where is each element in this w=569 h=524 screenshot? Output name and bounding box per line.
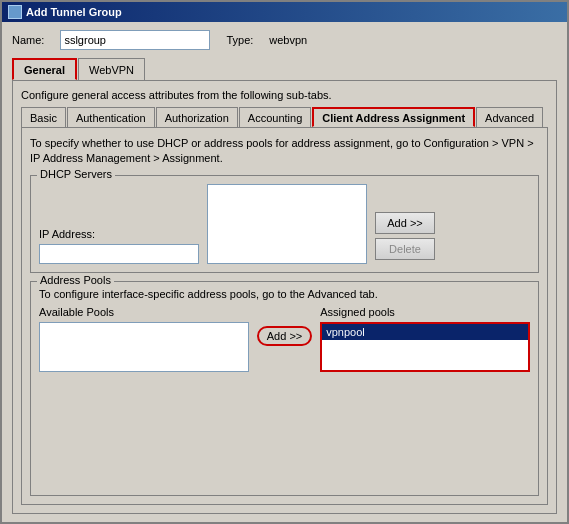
window-title: Add Tunnel Group bbox=[26, 6, 122, 18]
sub-tab-authentication[interactable]: Authentication bbox=[67, 107, 155, 127]
dhcp-content: IP Address: Add >> Delete bbox=[39, 184, 530, 264]
delete-button[interactable]: Delete bbox=[375, 238, 435, 260]
address-pools-group: Address Pools To configure interface-spe… bbox=[30, 281, 539, 496]
address-pools-title: Address Pools bbox=[37, 274, 114, 286]
sub-tab-basic[interactable]: Basic bbox=[21, 107, 66, 127]
dhcp-server-list bbox=[207, 184, 367, 264]
dhcp-right bbox=[207, 184, 367, 264]
dhcp-group-title: DHCP Servers bbox=[37, 168, 115, 180]
tab-general[interactable]: General bbox=[12, 58, 77, 80]
tab-general-label: General bbox=[24, 64, 65, 76]
type-value: webvpn bbox=[269, 34, 307, 46]
available-pools-label: Available Pools bbox=[39, 306, 249, 318]
tab-webvpn[interactable]: WebVPN bbox=[78, 58, 145, 80]
main-tab-panel: Configure general access attributes from… bbox=[12, 80, 557, 514]
sub-panel-info: To specify whether to use DHCP or addres… bbox=[30, 136, 539, 167]
window: Add Tunnel Group Name: Type: webvpn Gene… bbox=[0, 0, 569, 524]
assigned-pools-label: Assigned pools bbox=[320, 306, 530, 318]
ip-address-input[interactable] bbox=[39, 244, 199, 264]
name-input[interactable] bbox=[60, 30, 210, 50]
type-label: Type: bbox=[226, 34, 253, 46]
dhcp-left: IP Address: bbox=[39, 184, 199, 264]
sub-tab-advanced[interactable]: Advanced bbox=[476, 107, 543, 127]
dhcp-group: DHCP Servers IP Address: Add >> Delet bbox=[30, 175, 539, 273]
sub-tab-panel: To specify whether to use DHCP or addres… bbox=[21, 127, 548, 505]
content-area: Name: Type: webvpn General WebVPN Config… bbox=[2, 22, 567, 522]
info-text-content: To specify whether to use DHCP or addres… bbox=[30, 137, 534, 164]
sub-tab-client-address-label: Client Address Assignment bbox=[322, 112, 465, 124]
name-type-row: Name: Type: webvpn bbox=[12, 30, 557, 50]
assigned-pools-list: vpnpool bbox=[320, 322, 530, 372]
sub-tab-client-address[interactable]: Client Address Assignment bbox=[312, 107, 475, 127]
pools-content: Available Pools Add >> Assigned pools vp… bbox=[39, 306, 530, 372]
ip-address-label: IP Address: bbox=[39, 228, 199, 240]
tab-description: Configure general access attributes from… bbox=[21, 89, 548, 101]
sub-tab-authorization-label: Authorization bbox=[165, 112, 229, 124]
tab-webvpn-label: WebVPN bbox=[89, 64, 134, 76]
add-pools-button[interactable]: Add >> bbox=[257, 326, 312, 346]
sub-tab-authentication-label: Authentication bbox=[76, 112, 146, 124]
assigned-pools-section: Assigned pools vpnpool bbox=[320, 306, 530, 372]
add-pools-btn-container: Add >> bbox=[257, 306, 312, 346]
assigned-pool-item[interactable]: vpnpool bbox=[322, 324, 528, 340]
sub-tabs: Basic Authentication Authorization Accou… bbox=[21, 107, 548, 127]
name-label: Name: bbox=[12, 34, 44, 46]
title-bar: Add Tunnel Group bbox=[2, 2, 567, 22]
add-button[interactable]: Add >> bbox=[375, 212, 435, 234]
sub-tab-basic-label: Basic bbox=[30, 112, 57, 124]
window-icon bbox=[8, 5, 22, 19]
sub-tab-advanced-label: Advanced bbox=[485, 112, 534, 124]
available-pools-list bbox=[39, 322, 249, 372]
available-pools-section: Available Pools bbox=[39, 306, 249, 372]
main-tabs: General WebVPN bbox=[12, 58, 557, 80]
sub-tab-accounting-label: Accounting bbox=[248, 112, 302, 124]
sub-tab-accounting[interactable]: Accounting bbox=[239, 107, 311, 127]
sub-tab-authorization[interactable]: Authorization bbox=[156, 107, 238, 127]
address-pools-info: To configure interface-specific address … bbox=[39, 288, 530, 300]
